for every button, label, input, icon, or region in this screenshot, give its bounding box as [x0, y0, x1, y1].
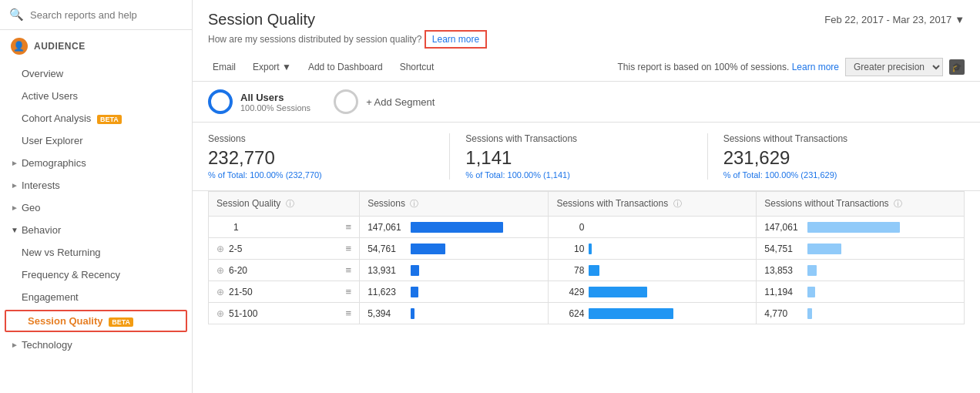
col-icon[interactable]: ≡	[346, 307, 352, 319]
col-header-sessions[interactable]: Sessions ⓘ	[360, 192, 549, 217]
table-row: ⊕ 2-5 ≡ 54,761 10 54,751	[209, 238, 965, 260]
quality-value: 6-20	[229, 265, 247, 276]
segment-sub: 100.00% Sessions	[240, 103, 310, 113]
cell-sessions: 13,931	[360, 260, 549, 281]
stat-with-transactions: Sessions with Transactions 1,141 % of To…	[449, 133, 706, 180]
sidebar-item-technology[interactable]: ► Technology	[0, 334, 192, 356]
subtitle-text: How are my sessions distributed by sessi…	[208, 34, 421, 45]
cell-with-transactions: 0	[549, 217, 757, 238]
title-block: Session Quality How are my sessions dist…	[208, 11, 487, 49]
cell-with-transactions: 10	[549, 238, 757, 260]
cell-without-transactions: 4,770	[757, 303, 965, 324]
sidebar-item-label: Cohort Analysis	[22, 113, 91, 124]
precision-select[interactable]: Greater precision	[845, 58, 943, 76]
sidebar-item-session-quality[interactable]: Session Quality BETA	[5, 310, 187, 332]
learn-more-link[interactable]: Learn more	[425, 30, 487, 49]
expand-icon[interactable]: ⊕	[216, 244, 224, 254]
expand-icon[interactable]: ⊕	[216, 265, 224, 276]
cell-sessions: 147,061	[360, 217, 549, 238]
sidebar-item-label: Active Users	[22, 90, 78, 102]
arrow-icon: ►	[11, 341, 18, 349]
toolbar-learn-more-link[interactable]: Learn more	[792, 62, 839, 72]
without-tx-value: 147,061	[764, 222, 803, 233]
stat-sub: % of Total: 100.00% (232,770)	[208, 170, 434, 180]
search-input[interactable]	[30, 9, 183, 21]
arrow-icon: ►	[11, 181, 18, 190]
toolbar-right: This report is based on 100% of sessions…	[617, 58, 965, 76]
cell-quality: ⊕ 6-20 ≡	[209, 260, 360, 281]
without-tx-bar	[807, 265, 817, 276]
col-icon[interactable]: ≡	[346, 286, 352, 297]
sidebar-item-frequency-recency[interactable]: Frequency & Recency	[0, 264, 192, 286]
add-dashboard-button[interactable]: Add to Dashboard	[304, 59, 388, 76]
sidebar-item-behavior[interactable]: ▼ Behavior	[0, 219, 192, 241]
sidebar-item-new-vs-returning[interactable]: New vs Returning	[0, 241, 192, 264]
without-tx-bar	[807, 244, 841, 254]
help-icon[interactable]: ⓘ	[410, 199, 418, 208]
col-label: Sessions with Transactions	[556, 198, 668, 209]
sidebar-item-cohort-analysis[interactable]: Cohort Analysis BETA	[0, 107, 192, 129]
cell-without-transactions: 147,061	[757, 217, 965, 238]
col-header-without-tx[interactable]: Sessions without Transactions ⓘ	[757, 192, 965, 217]
col-icon[interactable]: ≡	[346, 221, 352, 233]
segment-all-users[interactable]: All Users 100.00% Sessions	[208, 89, 310, 114]
with-tx-bar	[589, 287, 647, 297]
table-row: ⊕ 6-20 ≡ 13,931 78 13,853	[209, 260, 965, 281]
date-range[interactable]: Feb 22, 2017 - Mar 23, 2017 ▼	[824, 14, 965, 25]
col-icon[interactable]: ≡	[346, 264, 352, 276]
cell-without-transactions: 11,194	[757, 281, 965, 303]
stat-sessions: Sessions 232,770 % of Total: 100.00% (23…	[208, 133, 449, 180]
quality-value: 51-100	[229, 308, 257, 319]
col-header-quality[interactable]: Session Quality ⓘ	[209, 192, 360, 217]
sidebar-item-interests[interactable]: ► Interests	[0, 174, 192, 196]
quality-value: 2-5	[229, 244, 242, 254]
export-label: Export	[253, 62, 280, 72]
with-tx-value: 0	[556, 222, 584, 233]
cell-without-transactions: 13,853	[757, 260, 965, 281]
sidebar-item-overview[interactable]: Overview	[0, 62, 192, 85]
add-segment-item[interactable]: + Add Segment	[334, 89, 435, 114]
table-row: ⊕ 51-100 ≡ 5,394 624 4,770	[209, 303, 965, 324]
sidebar-item-engagement[interactable]: Engagement	[0, 286, 192, 308]
cell-with-transactions: 78	[549, 260, 757, 281]
without-tx-bar	[807, 308, 812, 319]
stat-without-transactions: Sessions without Transactions 231,629 % …	[707, 133, 965, 180]
stats-row: Sessions 232,770 % of Total: 100.00% (23…	[193, 123, 980, 191]
without-tx-value: 54,751	[764, 244, 803, 254]
cell-quality: ⊕ 21-50 ≡	[209, 281, 360, 303]
sidebar-item-demographics[interactable]: ► Demographics	[0, 152, 192, 174]
add-segment-label[interactable]: + Add Segment	[366, 96, 435, 108]
with-tx-value: 624	[556, 308, 584, 319]
expand-icon[interactable]: ⊕	[216, 308, 224, 319]
without-tx-bar	[807, 287, 815, 297]
cell-quality: 1 ≡	[209, 217, 360, 238]
col-label: Session Quality	[216, 198, 280, 209]
search-icon: 🔍	[9, 8, 24, 22]
date-dropdown-icon[interactable]: ▼	[955, 14, 965, 25]
help-icon[interactable]: ⓘ	[286, 199, 294, 208]
sidebar-item-user-explorer[interactable]: User Explorer	[0, 129, 192, 152]
col-icon[interactable]: ≡	[346, 243, 352, 254]
sidebar-item-active-users[interactable]: Active Users	[0, 85, 192, 107]
beta-badge-session-quality: BETA	[109, 317, 133, 327]
segment-name: All Users	[240, 92, 310, 103]
help-icon[interactable]: ⓘ	[673, 199, 682, 208]
audience-label: AUDIENCE	[34, 41, 86, 52]
col-label: Sessions without Transactions	[764, 198, 888, 209]
stat-label: Sessions with Transactions	[465, 133, 691, 144]
stat-label: Sessions without Transactions	[723, 133, 949, 144]
shortcut-button[interactable]: Shortcut	[395, 59, 439, 76]
stat-sub: % of Total: 100.00% (1,141)	[465, 170, 691, 180]
export-button[interactable]: Export ▼	[248, 59, 296, 76]
sidebar-item-label: Engagement	[22, 291, 79, 303]
col-label: Sessions	[368, 198, 405, 209]
quality-value: 21-50	[229, 287, 253, 297]
col-header-with-tx[interactable]: Sessions with Transactions ⓘ	[549, 192, 757, 217]
sidebar-item-geo[interactable]: ► Geo	[0, 196, 192, 219]
cell-without-transactions: 54,751	[757, 238, 965, 260]
email-button[interactable]: Email	[208, 59, 240, 76]
sidebar-item-label: Technology	[22, 339, 72, 351]
expand-icon[interactable]: ⊕	[216, 287, 224, 297]
quality-value: 1	[233, 222, 239, 233]
help-icon[interactable]: ⓘ	[894, 199, 902, 208]
